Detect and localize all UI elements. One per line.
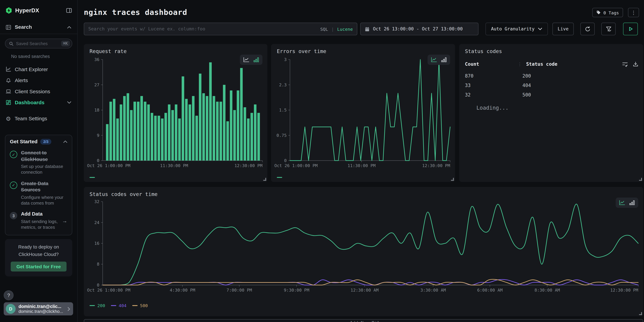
get-started-step-sources: ✓ Create Data Sources Configure where yo… <box>10 180 67 206</box>
svg-text:27: 27 <box>94 82 99 87</box>
collapse-sidebar-button[interactable] <box>66 8 72 13</box>
add-new-tile-button[interactable]: + Add New Tile <box>84 319 643 322</box>
panel-title: Errors over time <box>277 48 326 54</box>
resize-handle[interactable] <box>639 178 642 181</box>
arrow-right-icon: → <box>62 218 68 224</box>
step-title: Connect to ClickHouse <box>21 150 68 163</box>
hyperdx-app: HyperDX Search ⌘K No saved searche <box>0 0 644 322</box>
resize-handle[interactable] <box>263 178 266 181</box>
get-started-header[interactable]: Get Started 2/3 <box>10 139 67 144</box>
svg-text:7:00:00 PM: 7:00:00 PM <box>226 288 252 292</box>
svg-text:8:30:00 AM: 8:30:00 AM <box>534 288 560 292</box>
wrap-text-button[interactable] <box>622 61 628 67</box>
live-button[interactable]: Live <box>552 23 574 35</box>
legend-item[interactable]: 500 <box>132 303 148 308</box>
cell-status-code: 404 <box>522 82 531 88</box>
chevron-up-icon <box>63 140 67 143</box>
get-started-title: Get Started <box>10 139 38 144</box>
saved-searches-field[interactable] <box>16 41 58 46</box>
cell-count: 33 <box>465 82 522 88</box>
legend-label: 404 <box>119 303 126 308</box>
lucene-mode-toggle[interactable]: Lucene <box>337 26 353 32</box>
legend-dash <box>90 177 95 178</box>
step-desc: Configure where your data comes from <box>21 194 68 206</box>
chevron-down-icon <box>538 28 542 30</box>
saved-searches-input[interactable]: ⌘K <box>5 39 72 48</box>
svg-text:12:30:00 PM: 12:30:00 PM <box>234 163 262 168</box>
resize-handle[interactable] <box>451 178 454 181</box>
legend-item[interactable] <box>277 177 282 178</box>
hyperdx-logo-icon <box>6 7 12 14</box>
tags-button[interactable]: 0 Tags <box>592 8 623 17</box>
sidebar-item-dashboards[interactable]: Dashboards <box>0 97 77 108</box>
legend-item[interactable] <box>90 177 95 178</box>
sidebar-header: HyperDX <box>0 0 77 20</box>
get-started-card: Get Started 2/3 ✓ Connect to ClickHouse … <box>5 135 72 236</box>
panel-title: Status codes <box>465 48 502 54</box>
refresh-button[interactable] <box>580 23 595 35</box>
filter-icon <box>606 26 612 32</box>
line-chart-toggle-button[interactable] <box>619 200 625 206</box>
legend-label: 500 <box>140 303 148 308</box>
brand-name: HyperDX <box>15 7 63 13</box>
date-range-picker[interactable]: Oct 26 13:00:00 - Oct 27 13:00:00 <box>360 23 478 35</box>
legend-item[interactable]: 200 <box>90 303 105 308</box>
run-query-button[interactable] <box>623 23 638 35</box>
granularity-select[interactable]: Auto Granularity <box>486 23 548 35</box>
bar-chart-toggle-button[interactable] <box>441 57 447 62</box>
legend-dash <box>111 305 116 306</box>
svg-text:2.3: 2.3 <box>279 82 287 87</box>
help-button[interactable]: ? <box>4 290 14 300</box>
filter-button[interactable] <box>601 23 616 35</box>
sidebar-item-team-settings[interactable]: ⚙ Team Settings <box>0 113 77 124</box>
user-menu[interactable]: D dominic.tran@clic... dominic.tran@clic… <box>4 302 73 316</box>
bar-chart-toggle-button[interactable] <box>254 57 259 62</box>
column-header-count: Count <box>465 61 518 67</box>
svg-text:9:30:00 PM: 9:30:00 PM <box>284 288 309 292</box>
overflow-menu-button[interactable]: ⋮ <box>628 8 639 17</box>
status-codes-table: 8702003340432500 <box>465 71 638 100</box>
get-started-free-button[interactable]: Get Started for Free <box>11 262 66 272</box>
sidebar-item-chart-explorer[interactable]: Chart Explorer <box>0 64 77 75</box>
request-rate-chart: 09182736Oct 26 1:00:00 PM11:30:00 PM12:3… <box>86 57 265 171</box>
check-circle-icon: ✓ <box>10 182 17 189</box>
resize-handle[interactable] <box>639 312 642 315</box>
event-search-field[interactable] <box>88 26 317 32</box>
column-resize-handle[interactable]: ⋮ <box>518 61 522 67</box>
svg-text:11:30:00 PM: 11:30:00 PM <box>348 163 376 168</box>
line-chart-toggle-button[interactable] <box>431 57 437 62</box>
chart-explorer-icon <box>6 66 11 72</box>
query-controls: SQL | Lucene Oct 26 13:00:00 - Oct 27 13… <box>84 23 638 35</box>
chart-legend <box>277 177 282 178</box>
add-new-tile-label: + Add New Tile <box>344 320 382 322</box>
loading-text: Loading... <box>476 105 508 111</box>
tags-label: 0 Tags <box>603 10 619 15</box>
legend-item[interactable]: 404 <box>111 303 126 308</box>
event-search-input[interactable]: SQL | Lucene <box>84 23 357 35</box>
nav-label: Alerts <box>15 77 72 83</box>
sidebar-item-search[interactable]: Search <box>0 20 77 34</box>
clickhouse-cloud-promo: Ready to deploy on ClickHouse Cloud? Get… <box>5 239 72 276</box>
chart-legend: 200404500 <box>90 303 148 308</box>
check-circle-icon: ✓ <box>10 151 17 158</box>
granularity-value: Auto Granularity <box>491 26 534 32</box>
panel-status-codes-over-time: Status codes over time 08162432Oct 26 1:… <box>84 187 643 316</box>
get-started-step-add-data[interactable]: 3 Add Data Start sending logs, metrics, … <box>10 211 67 230</box>
bar-chart-toggle-button[interactable] <box>629 200 635 206</box>
sql-mode-toggle[interactable]: SQL <box>320 26 328 32</box>
cell-status-code: 200 <box>522 73 531 79</box>
promo-line2: ClickHouse Cloud? <box>18 252 59 256</box>
svg-text:16: 16 <box>94 241 99 246</box>
search-icon <box>9 41 14 46</box>
sidebar-item-alerts[interactable]: Alerts <box>0 75 77 86</box>
svg-text:Oct 26 1:00:00 PM: Oct 26 1:00:00 PM <box>87 288 130 292</box>
mode-divider: | <box>331 26 334 32</box>
table-header: Count ⋮ Status code <box>465 61 638 67</box>
sidebar-item-client-sessions[interactable]: Client Sessions <box>0 86 77 97</box>
sidebar-nav: Chart Explorer Alerts Client Sessions Da… <box>0 64 77 124</box>
svg-text:8: 8 <box>97 262 99 266</box>
download-button[interactable] <box>633 61 638 67</box>
line-chart-toggle-button[interactable] <box>243 57 249 62</box>
svg-text:3:30:00 AM: 3:30:00 AM <box>420 288 446 292</box>
play-icon <box>628 26 633 32</box>
